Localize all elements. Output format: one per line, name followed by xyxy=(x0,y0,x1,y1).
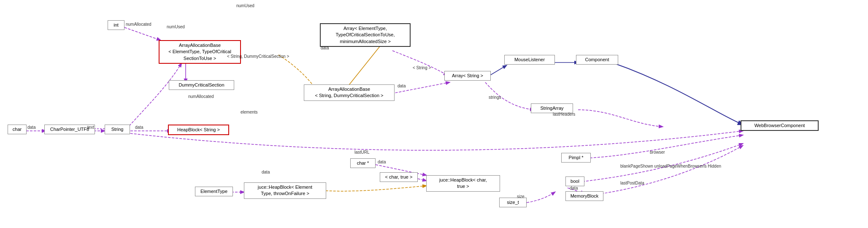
node-memory-block: MemoryBlock xyxy=(565,191,603,201)
node-char-star: char * xyxy=(350,158,376,168)
label-text: text xyxy=(87,125,94,130)
node-int: int xyxy=(108,20,124,30)
label-size: size xyxy=(517,194,525,199)
label-num-used-top: numUsed xyxy=(236,3,254,8)
node-web-browser-component: WebBrowserComponent xyxy=(741,120,819,131)
node-char-true: < char, true > xyxy=(380,172,418,182)
node-element-type: ElementType xyxy=(195,187,233,196)
label-blank-page-shown: blankPageShown unloadPageWhenBrowserIs H… xyxy=(620,164,684,168)
node-juce-heap-block-char: juce::HeapBlock< char, true > xyxy=(426,175,500,192)
label-num-allocated: numAllocated xyxy=(126,22,151,27)
arrows-svg xyxy=(0,0,868,228)
label-num-used: numUsed xyxy=(167,24,185,29)
node-juce-heap-block-element: juce::HeapBlock< Element Type, throwOnFa… xyxy=(244,182,326,199)
label-data-bottom: data xyxy=(397,84,406,88)
label-data-memory: data xyxy=(570,186,578,190)
node-component: Component xyxy=(576,55,618,65)
node-array-string: Array< String > xyxy=(444,71,491,81)
label-data-array: data xyxy=(321,46,329,50)
node-heap-block-string: HeapBlock< String > xyxy=(168,125,229,135)
node-mouse-listener: MouseListener xyxy=(504,55,555,65)
node-array-allocation-base-red: ArrayAllocationBase < ElementType, TypeO… xyxy=(159,40,241,64)
node-pimpl: Pimpl * xyxy=(561,153,591,163)
label-num-allocated-2: numAllocated xyxy=(188,94,214,99)
node-bool: bool xyxy=(565,176,584,186)
label-elements: elements xyxy=(241,110,258,114)
label-last-headers: lastHeaders xyxy=(553,112,575,117)
node-dummy-critical-section: DummyCriticalSection xyxy=(169,80,234,90)
node-array-allocation-base-bottom: ArrayAllocationBase < String, DummyCriti… xyxy=(304,84,395,101)
label-last-url: lastURL xyxy=(354,150,370,155)
label-browser: browser xyxy=(650,150,665,155)
label-data-char: data xyxy=(27,125,35,130)
label-last-post-data: lastPostData xyxy=(620,181,644,185)
label-data-element: data xyxy=(262,170,270,174)
label-string-dummy: < String, DummyCriticalSection > xyxy=(227,54,289,59)
node-size-t: size_t xyxy=(499,198,527,207)
label-data-string: data xyxy=(135,125,143,130)
node-string: String xyxy=(105,125,130,134)
node-char: char xyxy=(8,125,27,134)
label-data-juce: data xyxy=(378,160,386,164)
node-array-element-type: Array< ElementType, TypeOfCriticalSectio… xyxy=(320,23,411,47)
label-strings: strings xyxy=(489,95,501,100)
diagram-container: int ArrayAllocationBase < ElementType, T… xyxy=(0,0,868,228)
label-string-gt: < String > xyxy=(413,65,431,70)
